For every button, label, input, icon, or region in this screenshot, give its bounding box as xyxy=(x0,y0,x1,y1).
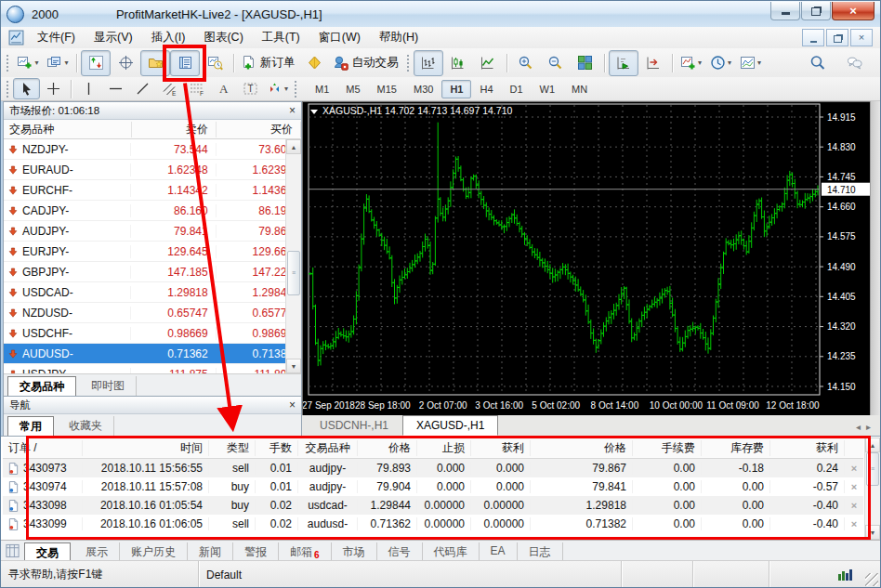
orders-column-header[interactable]: 交易品种 xyxy=(298,440,358,456)
dropdown-caret-icon[interactable]: ▾ xyxy=(34,59,38,67)
toolbar-grip[interactable] xyxy=(293,79,297,99)
strategy-tester-button[interactable] xyxy=(200,50,230,76)
orders-column-header[interactable]: 止损 xyxy=(417,440,471,456)
orders-column-header[interactable]: 时间 xyxy=(83,440,209,456)
crosshair-button[interactable] xyxy=(40,78,67,99)
timeframe-m30[interactable]: M30 xyxy=(405,80,441,98)
text-label-button[interactable]: T xyxy=(237,78,264,99)
menu-file[interactable]: 文件(F) xyxy=(28,28,85,47)
close-order-icon[interactable]: × xyxy=(845,463,863,474)
menu-window[interactable]: 窗口(W) xyxy=(309,28,370,47)
templates-button[interactable]: ▾ xyxy=(736,50,766,76)
terminal-scroll-up-icon[interactable]: ▲ xyxy=(865,438,880,452)
scrollbar-thumb[interactable]: ≡ xyxy=(287,251,300,295)
market-watch-row-audusd[interactable]: AUDUSD-0.713620.71382 xyxy=(4,344,301,364)
market-watch-close-icon[interactable]: × xyxy=(289,105,296,116)
menu-help[interactable]: 帮助(H) xyxy=(370,28,427,47)
candlestick-button[interactable] xyxy=(443,50,473,76)
bar-chart-button[interactable] xyxy=(414,50,443,76)
navigator-button[interactable] xyxy=(140,50,170,76)
minimize-button[interactable] xyxy=(770,2,800,20)
dropdown-caret-icon[interactable]: ▾ xyxy=(698,59,702,67)
order-row-3430974[interactable]: 34309742018.10.11 15:57:08buy0.01audjpy-… xyxy=(3,477,863,496)
hline-button[interactable] xyxy=(102,78,129,99)
market-watch-row-usdchf[interactable]: USDCHF-0.986690.98691 xyxy=(4,323,301,344)
tabs-scroll-right-icon[interactable]: ▸ xyxy=(866,422,871,432)
menu-charts[interactable]: 图表(C) xyxy=(194,28,252,47)
toolbar-grip[interactable] xyxy=(405,53,410,73)
close-order-icon[interactable]: × xyxy=(845,481,863,492)
dropdown-caret-icon[interactable]: ▾ xyxy=(757,59,761,67)
terminal-button[interactable] xyxy=(170,50,200,76)
text-button[interactable]: A xyxy=(210,78,237,99)
vline-button[interactable] xyxy=(75,78,102,99)
market-watch-row-eurchf[interactable]: EURCHF-1.143421.14368 xyxy=(4,180,301,201)
order-row-3430973[interactable]: 34309732018.10.11 15:56:55sell0.01audjpy… xyxy=(3,459,863,477)
chart-shift-button[interactable] xyxy=(638,50,668,76)
mdi-restore-button[interactable] xyxy=(826,29,848,46)
orders-column-header[interactable]: 价格 xyxy=(358,440,417,456)
orders-column-header[interactable]: 获利 xyxy=(471,440,531,456)
market-watch-button[interactable] xyxy=(81,50,111,76)
menu-view[interactable]: 显示(V) xyxy=(85,28,142,47)
dropdown-caret-icon[interactable]: ▾ xyxy=(284,85,288,93)
open-profiles-button[interactable]: ▾ xyxy=(43,50,72,76)
mdi-minimize-button[interactable] xyxy=(802,29,824,46)
chart-window-icon[interactable] xyxy=(8,30,24,46)
close-button[interactable]: × xyxy=(832,2,874,20)
timeframe-h4[interactable]: H4 xyxy=(471,80,501,98)
timeframe-d1[interactable]: D1 xyxy=(502,80,532,98)
search-button[interactable] xyxy=(802,50,832,76)
orders-column-header[interactable]: 订单 / xyxy=(3,440,83,456)
market-watch-row-usdcad[interactable]: USDCAD-1.298181.29843 xyxy=(4,282,301,303)
channel-button[interactable]: E xyxy=(156,78,183,99)
zoom-out-button[interactable] xyxy=(541,50,571,76)
timeframe-m1[interactable]: M1 xyxy=(307,80,337,98)
timeframe-mn[interactable]: MN xyxy=(563,80,596,98)
market-watch-row-cadjpy[interactable]: CADJPY-86.16086.197 xyxy=(4,201,301,221)
column-sell[interactable]: 卖价 xyxy=(132,122,217,137)
chat-button[interactable] xyxy=(839,50,869,76)
terminal-scrollbar[interactable]: ▲ ≡ ▼ xyxy=(864,438,880,540)
resize-grip[interactable] xyxy=(865,573,878,586)
order-row-3433099[interactable]: 34330992018.10.16 01:06:05sell0.02audusd… xyxy=(3,515,863,533)
scroll-down-icon[interactable]: ▼ xyxy=(286,359,301,373)
column-symbol[interactable]: 交易品种 xyxy=(4,122,132,137)
chart-tab-xagusdh1[interactable]: XAGUSD-,H1 xyxy=(402,415,498,436)
timeframe-m5[interactable]: M5 xyxy=(337,80,368,98)
terminal-scroll-down-icon[interactable]: ▼ xyxy=(865,525,880,540)
status-profile[interactable]: Default xyxy=(199,561,622,588)
market-watch-row-euraud[interactable]: EURAUD-1.623481.62391 xyxy=(4,160,301,180)
order-row-3433098[interactable]: 34330982018.10.16 01:05:54buy0.02usdcad-… xyxy=(3,496,863,515)
orders-column-header[interactable]: 库存费 xyxy=(702,440,770,456)
trendline-button[interactable] xyxy=(129,78,156,99)
close-order-icon[interactable]: × xyxy=(845,500,863,511)
market-watch-row-audjpy[interactable]: AUDJPY-79.84179.867 xyxy=(4,221,301,242)
chart-vertical-scrollbar[interactable] xyxy=(870,101,880,415)
timeframe-w1[interactable]: W1 xyxy=(532,80,564,98)
scroll-up-icon[interactable]: ▲ xyxy=(286,139,301,154)
market-watch-row-nzdjpy[interactable]: NZDJPY-73.54473.601 xyxy=(4,139,301,160)
timeframe-m15[interactable]: M15 xyxy=(369,80,405,98)
market-watch-row-eurjpy[interactable]: EURJPY-129.645129.667 xyxy=(4,242,301,262)
arrows-button[interactable]: ▾ xyxy=(264,78,291,99)
market-watch-row-nzdusd[interactable]: NZDUSD-0.657470.65770 xyxy=(4,303,301,323)
line-chart-button[interactable] xyxy=(473,50,503,76)
navigator-tab[interactable]: 收藏夹 xyxy=(58,416,114,437)
data-window-button[interactable] xyxy=(111,50,140,76)
metaeditor-button[interactable] xyxy=(300,50,330,76)
dropdown-caret-icon[interactable]: ▾ xyxy=(728,59,731,67)
toolbar-grip[interactable] xyxy=(5,53,9,73)
chart-tab-usdcnhh1[interactable]: USDCNH-,H1 xyxy=(306,415,402,436)
tabs-scroll-left-icon[interactable]: ◂ xyxy=(856,422,861,432)
menu-tools[interactable]: 工具(T) xyxy=(253,28,309,47)
market-watch-scrollbar[interactable]: ▲ ≡ ▼ xyxy=(285,139,301,373)
timeframe-h1[interactable]: H1 xyxy=(441,80,471,98)
orders-column-header[interactable]: 手续费 xyxy=(633,440,702,456)
market-watch-row-gbpjpy[interactable]: GBPJPY-147.185147.221 xyxy=(4,262,301,282)
orders-column-header[interactable]: 类型 xyxy=(209,440,256,456)
zoom-in-button[interactable] xyxy=(511,50,541,76)
market-watch-row-usdjpy[interactable]: USDJPY-111.875111.894 xyxy=(4,364,301,373)
close-order-icon[interactable]: × xyxy=(845,518,863,529)
auto-scroll-button[interactable] xyxy=(609,50,638,76)
